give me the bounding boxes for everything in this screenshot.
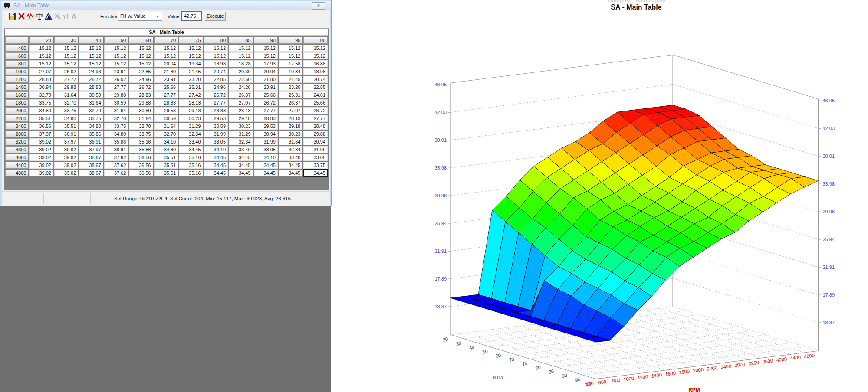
table-cell[interactable]: 37.62	[104, 162, 128, 169]
col-header[interactable]: 90	[254, 37, 278, 44]
table-cell[interactable]: 30.94	[303, 138, 328, 145]
table-cell[interactable]: 24.96	[204, 84, 228, 91]
row-header[interactable]: 2000	[5, 107, 28, 114]
table-cell[interactable]: 19.34	[179, 60, 203, 67]
table-cell[interactable]: 15.12	[129, 52, 153, 59]
table-cell[interactable]: 34.45	[254, 162, 278, 169]
table-cell[interactable]: 23.20	[279, 84, 302, 91]
table-cell[interactable]: 27.77	[204, 99, 228, 106]
table-cell[interactable]: 27.07	[29, 68, 53, 75]
table-cell[interactable]: 34.45	[279, 162, 302, 169]
table-cell[interactable]: 39.02	[29, 138, 53, 145]
table-cell[interactable]: 33.40	[279, 154, 302, 161]
table-cell[interactable]: 24.96	[129, 76, 153, 83]
table-cell[interactable]: 34.80	[79, 123, 103, 130]
table-cell[interactable]: 29.18	[229, 115, 253, 122]
table-cell[interactable]: 34.10	[154, 138, 178, 145]
delete-x-icon[interactable]	[18, 13, 25, 20]
table-cell[interactable]: 30.59	[154, 115, 178, 122]
table-cell[interactable]: 15.12	[79, 45, 103, 52]
table-cell[interactable]: 34.10	[254, 154, 278, 161]
row-header[interactable]: 1000	[5, 68, 28, 75]
col-header[interactable]: 95	[279, 37, 302, 44]
table-cell[interactable]: 37.97	[79, 146, 103, 153]
execute-button[interactable]: Execute	[205, 12, 226, 21]
table-cell[interactable]: 34.80	[54, 115, 78, 122]
table-cell[interactable]: 27.42	[179, 91, 203, 98]
table-cell[interactable]: 30.59	[129, 107, 153, 114]
table-cell[interactable]: 32.34	[279, 146, 302, 153]
table-cell[interactable]: 39.02	[54, 154, 78, 161]
table-cell[interactable]: 15.12	[54, 45, 78, 52]
table-cell[interactable]: 36.56	[129, 170, 153, 176]
table-cell[interactable]: 20.04	[154, 60, 178, 67]
row-header[interactable]: 1200	[5, 76, 28, 83]
row-header[interactable]: 600	[5, 52, 28, 59]
table-cell[interactable]: 33.05	[254, 146, 278, 153]
table-cell[interactable]: 30.59	[204, 123, 228, 130]
table-cell[interactable]: 33.75	[104, 123, 128, 130]
table-cell[interactable]: 27.07	[229, 99, 253, 106]
col-header[interactable]: 100	[303, 37, 328, 44]
table-cell[interactable]: 36.56	[29, 123, 53, 130]
function-dropdown[interactable]: Fill w/ Value	[118, 12, 162, 21]
table-cell[interactable]: 21.45	[279, 76, 302, 83]
table-cell[interactable]: 29.18	[279, 123, 302, 130]
table-cell[interactable]: 15.12	[303, 45, 328, 52]
table-cell[interactable]: 28.83	[154, 99, 178, 106]
table-cell[interactable]: 27.07	[279, 107, 302, 114]
table-cell[interactable]: 30.59	[79, 91, 103, 98]
table-cell[interactable]: 20.04	[254, 68, 278, 75]
table-cell[interactable]: 23.91	[254, 84, 278, 91]
table-cell[interactable]: 36.56	[129, 154, 153, 161]
table-cell[interactable]: 24.61	[303, 91, 328, 98]
col-header[interactable]: 50	[104, 37, 128, 44]
table-cell[interactable]: 15.12	[79, 52, 103, 59]
row-header[interactable]: 4000	[5, 154, 28, 161]
table-cell[interactable]: 36.91	[79, 138, 103, 145]
table-cell[interactable]: 31.64	[154, 123, 178, 130]
table-cell[interactable]: 38.67	[79, 154, 103, 161]
table-cell[interactable]: 15.12	[204, 52, 228, 59]
table-cell[interactable]: 23.20	[179, 76, 203, 83]
table-cell[interactable]: 27.77	[303, 115, 328, 122]
table-cell[interactable]: 15.12	[29, 52, 53, 59]
table-cell[interactable]: 36.56	[129, 162, 153, 169]
table-cell[interactable]: 33.75	[303, 162, 328, 169]
table-cell[interactable]: 38.67	[79, 162, 103, 169]
table-cell[interactable]: 22.85	[129, 68, 153, 75]
table-cell[interactable]: 31.99	[254, 138, 278, 145]
table-cell[interactable]: 35.51	[29, 115, 53, 122]
table-cell[interactable]: 15.12	[254, 45, 278, 52]
table-cell[interactable]: 15.12	[279, 45, 302, 52]
table-cell[interactable]: 31.64	[79, 99, 103, 106]
table-cell[interactable]: 33.75	[29, 99, 53, 106]
table-cell[interactable]: 29.88	[303, 131, 328, 137]
col-header[interactable]: 80	[204, 37, 228, 44]
col-header[interactable]: 70	[154, 37, 178, 44]
close-button[interactable]: ×	[312, 2, 325, 10]
table-cell[interactable]: 31.29	[229, 131, 253, 137]
table-cell[interactable]: 28.83	[129, 91, 153, 98]
table-cell[interactable]: 25.66	[303, 99, 328, 106]
resize-grip-icon[interactable]: ⋰	[324, 199, 329, 205]
table-cell[interactable]: 34.45	[204, 162, 228, 169]
table-cell[interactable]: 26.02	[54, 68, 78, 75]
table-cell[interactable]: 32.70	[29, 91, 53, 98]
save-icon[interactable]	[9, 13, 16, 20]
row-header[interactable]: 4800	[5, 170, 28, 176]
scales-compare-icon[interactable]	[36, 13, 43, 20]
row-header[interactable]: 1400	[5, 84, 28, 91]
table-cell[interactable]: 27.77	[254, 107, 278, 114]
table-cell[interactable]: 35.86	[104, 138, 128, 145]
col-header[interactable]: 75	[179, 37, 203, 44]
table-cell[interactable]: 30.23	[179, 115, 203, 122]
table-cell[interactable]: 37.62	[104, 154, 128, 161]
table-cell[interactable]: 31.99	[204, 131, 228, 137]
table-cell[interactable]: 16.88	[303, 60, 328, 67]
table-cell[interactable]: 15.12	[229, 45, 253, 52]
table-cell[interactable]: 31.99	[303, 146, 328, 153]
table-cell[interactable]: 34.80	[104, 131, 128, 137]
table-cell[interactable]: 30.59	[104, 99, 128, 106]
table-cell[interactable]: 34.45	[204, 170, 228, 176]
